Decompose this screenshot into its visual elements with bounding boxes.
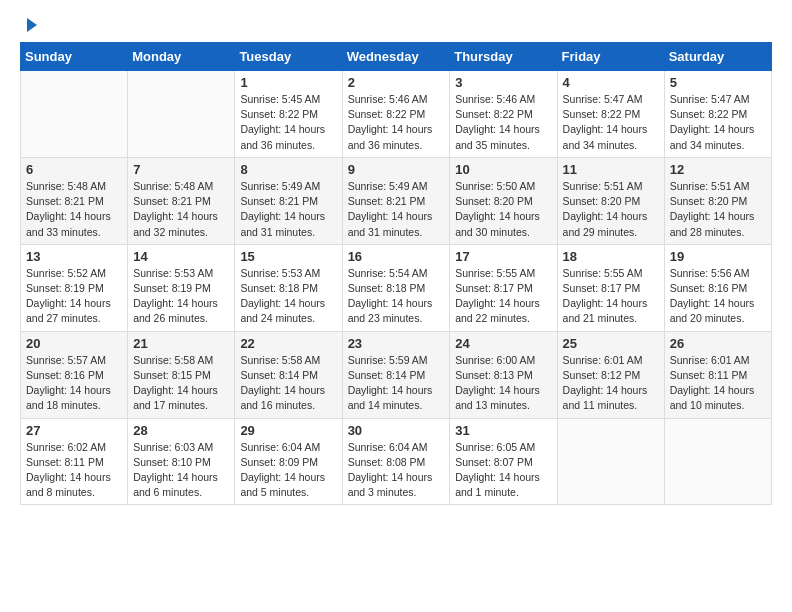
header-day-saturday: Saturday xyxy=(664,43,771,71)
day-info: Sunrise: 5:53 AM Sunset: 8:18 PM Dayligh… xyxy=(240,266,336,327)
sunrise: Sunrise: 6:03 AM xyxy=(133,441,213,453)
sunset: Sunset: 8:22 PM xyxy=(455,108,533,120)
sunrise: Sunrise: 5:49 AM xyxy=(240,180,320,192)
day-info: Sunrise: 5:55 AM Sunset: 8:17 PM Dayligh… xyxy=(563,266,659,327)
daylight: Daylight: 14 hours and 27 minutes. xyxy=(26,297,111,324)
sunrise: Sunrise: 6:01 AM xyxy=(563,354,643,366)
daylight: Daylight: 14 hours and 35 minutes. xyxy=(455,123,540,150)
calendar-cell: 26 Sunrise: 6:01 AM Sunset: 8:11 PM Dayl… xyxy=(664,331,771,418)
sunrise: Sunrise: 6:04 AM xyxy=(348,441,428,453)
calendar-cell: 21 Sunrise: 5:58 AM Sunset: 8:15 PM Dayl… xyxy=(128,331,235,418)
daylight: Daylight: 14 hours and 5 minutes. xyxy=(240,471,325,498)
day-number: 7 xyxy=(133,162,229,177)
daylight: Daylight: 14 hours and 8 minutes. xyxy=(26,471,111,498)
calendar-cell: 12 Sunrise: 5:51 AM Sunset: 8:20 PM Dayl… xyxy=(664,157,771,244)
header-day-wednesday: Wednesday xyxy=(342,43,450,71)
calendar-week-row: 13 Sunrise: 5:52 AM Sunset: 8:19 PM Dayl… xyxy=(21,244,772,331)
daylight: Daylight: 14 hours and 20 minutes. xyxy=(670,297,755,324)
calendar-cell: 5 Sunrise: 5:47 AM Sunset: 8:22 PM Dayli… xyxy=(664,71,771,158)
header-day-thursday: Thursday xyxy=(450,43,557,71)
sunrise: Sunrise: 5:56 AM xyxy=(670,267,750,279)
header-day-monday: Monday xyxy=(128,43,235,71)
sunset: Sunset: 8:16 PM xyxy=(670,282,748,294)
calendar-cell xyxy=(21,71,128,158)
sunrise: Sunrise: 5:46 AM xyxy=(348,93,428,105)
day-info: Sunrise: 5:48 AM Sunset: 8:21 PM Dayligh… xyxy=(26,179,122,240)
daylight: Daylight: 14 hours and 22 minutes. xyxy=(455,297,540,324)
day-number: 16 xyxy=(348,249,445,264)
calendar-cell: 11 Sunrise: 5:51 AM Sunset: 8:20 PM Dayl… xyxy=(557,157,664,244)
day-number: 6 xyxy=(26,162,122,177)
day-info: Sunrise: 5:59 AM Sunset: 8:14 PM Dayligh… xyxy=(348,353,445,414)
sunset: Sunset: 8:16 PM xyxy=(26,369,104,381)
sunset: Sunset: 8:18 PM xyxy=(348,282,426,294)
calendar: SundayMondayTuesdayWednesdayThursdayFrid… xyxy=(20,42,772,505)
header xyxy=(20,16,772,32)
calendar-cell: 10 Sunrise: 5:50 AM Sunset: 8:20 PM Dayl… xyxy=(450,157,557,244)
logo xyxy=(20,16,40,32)
sunset: Sunset: 8:07 PM xyxy=(455,456,533,468)
sunset: Sunset: 8:11 PM xyxy=(26,456,104,468)
daylight: Daylight: 14 hours and 3 minutes. xyxy=(348,471,433,498)
sunset: Sunset: 8:20 PM xyxy=(455,195,533,207)
daylight: Daylight: 14 hours and 24 minutes. xyxy=(240,297,325,324)
day-info: Sunrise: 5:54 AM Sunset: 8:18 PM Dayligh… xyxy=(348,266,445,327)
day-number: 26 xyxy=(670,336,766,351)
sunset: Sunset: 8:17 PM xyxy=(563,282,641,294)
day-number: 19 xyxy=(670,249,766,264)
daylight: Daylight: 14 hours and 29 minutes. xyxy=(563,210,648,237)
sunset: Sunset: 8:21 PM xyxy=(348,195,426,207)
sunrise: Sunrise: 5:49 AM xyxy=(348,180,428,192)
sunset: Sunset: 8:22 PM xyxy=(563,108,641,120)
day-number: 13 xyxy=(26,249,122,264)
day-number: 5 xyxy=(670,75,766,90)
calendar-cell: 3 Sunrise: 5:46 AM Sunset: 8:22 PM Dayli… xyxy=(450,71,557,158)
calendar-cell: 2 Sunrise: 5:46 AM Sunset: 8:22 PM Dayli… xyxy=(342,71,450,158)
sunset: Sunset: 8:10 PM xyxy=(133,456,211,468)
calendar-cell: 17 Sunrise: 5:55 AM Sunset: 8:17 PM Dayl… xyxy=(450,244,557,331)
header-day-sunday: Sunday xyxy=(21,43,128,71)
sunrise: Sunrise: 5:57 AM xyxy=(26,354,106,366)
sunrise: Sunrise: 5:51 AM xyxy=(670,180,750,192)
calendar-cell: 14 Sunrise: 5:53 AM Sunset: 8:19 PM Dayl… xyxy=(128,244,235,331)
day-info: Sunrise: 6:00 AM Sunset: 8:13 PM Dayligh… xyxy=(455,353,551,414)
daylight: Daylight: 14 hours and 34 minutes. xyxy=(563,123,648,150)
day-info: Sunrise: 6:04 AM Sunset: 8:09 PM Dayligh… xyxy=(240,440,336,501)
sunrise: Sunrise: 6:00 AM xyxy=(455,354,535,366)
day-number: 18 xyxy=(563,249,659,264)
day-info: Sunrise: 5:45 AM Sunset: 8:22 PM Dayligh… xyxy=(240,92,336,153)
daylight: Daylight: 14 hours and 26 minutes. xyxy=(133,297,218,324)
daylight: Daylight: 14 hours and 6 minutes. xyxy=(133,471,218,498)
day-number: 23 xyxy=(348,336,445,351)
calendar-cell: 16 Sunrise: 5:54 AM Sunset: 8:18 PM Dayl… xyxy=(342,244,450,331)
day-info: Sunrise: 5:46 AM Sunset: 8:22 PM Dayligh… xyxy=(455,92,551,153)
day-info: Sunrise: 5:46 AM Sunset: 8:22 PM Dayligh… xyxy=(348,92,445,153)
sunset: Sunset: 8:22 PM xyxy=(670,108,748,120)
day-info: Sunrise: 5:51 AM Sunset: 8:20 PM Dayligh… xyxy=(563,179,659,240)
day-number: 12 xyxy=(670,162,766,177)
sunset: Sunset: 8:22 PM xyxy=(240,108,318,120)
daylight: Daylight: 14 hours and 11 minutes. xyxy=(563,384,648,411)
calendar-cell: 4 Sunrise: 5:47 AM Sunset: 8:22 PM Dayli… xyxy=(557,71,664,158)
sunrise: Sunrise: 6:04 AM xyxy=(240,441,320,453)
calendar-header-row: SundayMondayTuesdayWednesdayThursdayFrid… xyxy=(21,43,772,71)
daylight: Daylight: 14 hours and 32 minutes. xyxy=(133,210,218,237)
daylight: Daylight: 14 hours and 17 minutes. xyxy=(133,384,218,411)
day-number: 15 xyxy=(240,249,336,264)
sunrise: Sunrise: 5:48 AM xyxy=(133,180,213,192)
daylight: Daylight: 14 hours and 21 minutes. xyxy=(563,297,648,324)
logo-triangle-icon xyxy=(21,16,39,34)
day-info: Sunrise: 5:58 AM Sunset: 8:14 PM Dayligh… xyxy=(240,353,336,414)
sunrise: Sunrise: 5:59 AM xyxy=(348,354,428,366)
sunset: Sunset: 8:13 PM xyxy=(455,369,533,381)
daylight: Daylight: 14 hours and 10 minutes. xyxy=(670,384,755,411)
calendar-cell: 28 Sunrise: 6:03 AM Sunset: 8:10 PM Dayl… xyxy=(128,418,235,505)
sunrise: Sunrise: 5:55 AM xyxy=(455,267,535,279)
calendar-cell: 30 Sunrise: 6:04 AM Sunset: 8:08 PM Dayl… xyxy=(342,418,450,505)
day-info: Sunrise: 6:04 AM Sunset: 8:08 PM Dayligh… xyxy=(348,440,445,501)
daylight: Daylight: 14 hours and 31 minutes. xyxy=(348,210,433,237)
sunset: Sunset: 8:18 PM xyxy=(240,282,318,294)
sunset: Sunset: 8:22 PM xyxy=(348,108,426,120)
day-number: 25 xyxy=(563,336,659,351)
day-number: 1 xyxy=(240,75,336,90)
